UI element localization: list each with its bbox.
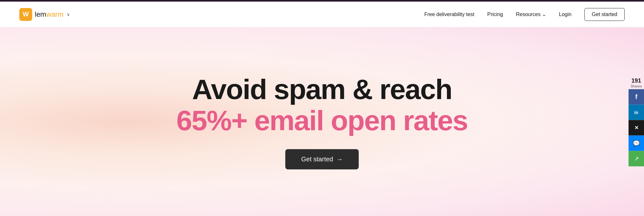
resources-chevron-icon: ⌄ <box>542 11 546 17</box>
nav-login-link[interactable]: Login <box>559 12 572 17</box>
hero-get-started-button[interactable]: Get started → <box>285 149 359 169</box>
linkedin-icon: in <box>634 110 638 115</box>
share-sharethis-button[interactable]: ↗ <box>629 151 644 166</box>
nav-link-pricing[interactable]: Pricing <box>487 12 503 17</box>
hero-line2: 65%+ email open rates <box>176 105 468 136</box>
share-facebook-button[interactable]: f <box>629 89 644 104</box>
share-count-number: 191 <box>631 77 642 84</box>
hero-line1: Avoid spam & reach <box>192 74 452 105</box>
logo-icon: W <box>19 8 32 21</box>
logo-dropdown-icon[interactable]: ∨ <box>67 12 70 17</box>
share-messenger-button[interactable]: 💬 <box>629 135 644 151</box>
hero-cta-arrow-icon: → <box>336 156 343 163</box>
hero-content: Avoid spam & reach 65%+ email open rates… <box>176 74 468 169</box>
nav-links: Free deliverability test Pricing Resourc… <box>424 8 625 21</box>
nav-link-resources[interactable]: Resources ⌄ <box>516 11 546 17</box>
messenger-icon: 💬 <box>633 140 640 147</box>
sharethis-icon: ↗ <box>634 155 639 162</box>
twitter-x-icon: ✕ <box>634 125 639 131</box>
hero-headline: Avoid spam & reach 65%+ email open rates <box>176 74 468 136</box>
logo-text: lemwarm <box>35 10 63 19</box>
share-count: 191 Shares <box>631 77 642 88</box>
facebook-icon: f <box>635 93 638 101</box>
hero-section: Avoid spam & reach 65%+ email open rates… <box>0 27 644 216</box>
share-linkedin-button[interactable]: in <box>629 104 644 120</box>
share-twitter-button[interactable]: ✕ <box>629 120 644 135</box>
navbar: W lemwarm ∨ Free deliverability test Pri… <box>0 2 644 27</box>
share-count-label: Shares <box>631 84 642 88</box>
share-sidebar: 191 Shares f in ✕ 💬 ↗ <box>629 77 644 166</box>
nav-get-started-button[interactable]: Get started <box>584 8 625 21</box>
nav-link-deliverability[interactable]: Free deliverability test <box>424 12 475 17</box>
nav-logo-area: W lemwarm ∨ <box>19 8 70 21</box>
